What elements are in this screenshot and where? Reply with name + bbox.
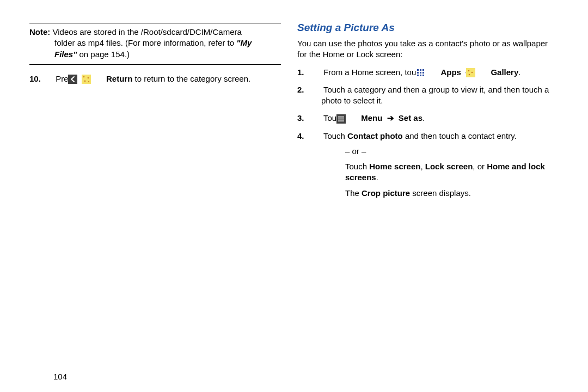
step4-result: The Crop picture screen displays. [321,188,559,199]
svg-rect-0 [68,75,77,84]
step-1: 1. From a Home screen, touch Apps [297,67,559,78]
svg-point-18 [471,72,473,74]
menu-icon [348,114,358,124]
section-heading: Setting a Picture As [297,22,559,34]
svg-rect-15 [422,75,424,76]
step3-setas-label: Set as [399,113,422,122]
note-my-files-part1: "My [236,38,252,47]
step1-gallery-label: Gallery [491,68,518,77]
svg-point-3 [87,77,89,79]
step-10: 10. Press [29,74,281,84]
svg-point-2 [83,76,84,78]
left-steps: 10. Press [29,74,281,84]
svg-point-4 [84,81,85,82]
svg-rect-10 [417,72,419,74]
step4-lock: Lock screen [425,162,473,171]
page-number: 104 [29,372,559,381]
svg-rect-21 [338,117,344,118]
note-text-line3b: on page 154.) [77,50,130,59]
note-block: Note: Videos are stored in the /Root/sdc… [29,27,281,60]
step4-text-b: and then touch a contact entry. [403,131,517,140]
step-return-label: Return [106,74,132,83]
svg-point-17 [468,70,470,72]
svg-rect-1 [82,75,91,84]
step4-alt: Touch Home screen, Lock screen, or Home … [321,161,559,183]
svg-rect-7 [417,69,419,71]
step4-period: . [376,173,378,182]
gallery-icon [478,68,487,77]
svg-rect-13 [417,75,419,76]
svg-rect-12 [422,72,424,74]
step-number: 1. [309,67,321,78]
step4-or: – or – [321,146,559,157]
step4-comma-or: , or [473,162,487,171]
step3-period: . [422,113,425,122]
svg-point-19 [469,74,470,76]
svg-point-5 [88,81,89,82]
right-steps: 1. From a Home screen, touch Apps [297,67,559,199]
section-intro: You can use the photos you take as a con… [297,38,559,60]
step-return-tail: to return to the category screen. [132,74,250,83]
step2-text: Touch a category and then a group to vie… [321,85,549,105]
note-text-line2a: folder as mp4 files. (For more informati… [54,38,236,47]
svg-rect-23 [338,120,344,121]
svg-rect-14 [420,75,421,76]
apps-icon [428,68,437,77]
right-column: Setting a Picture As You can use the pho… [294,22,559,372]
svg-rect-11 [420,72,421,74]
manual-page: Note: Videos are stored in the /Root/sdc… [0,0,588,392]
step-3: 3. Touch Menu ➔ Set as. [297,113,559,124]
step-4: 4. Touch Contact photo and then touch a … [297,131,559,199]
step4-text-a: Touch [323,131,347,140]
home-icon [94,75,103,84]
step4-text-c: Touch [345,162,369,171]
step1-period: . [518,68,520,77]
step-2: 2. Touch a category and then a group to … [297,84,559,107]
svg-rect-8 [420,69,421,71]
step4-home: Home screen [369,162,420,171]
step-number: 10. [41,74,53,84]
note-text-line1: Videos are stored in the /Root/sdcard/DC… [53,27,242,36]
note-my-files-part2: Files" [54,50,77,59]
step1-apps-label: Apps [440,68,461,77]
note-label: Note: [29,27,50,36]
step-number: 3. [309,113,321,124]
step4-contactphoto: Contact photo [347,131,403,140]
left-column: Note: Videos are stored in the /Root/sdc… [29,22,294,372]
step3-menu-label: Menu [361,113,382,122]
step-number: 2. [309,84,321,95]
horizontal-rule [29,23,281,23]
step1-text-a: From a Home screen, touch [323,68,427,77]
two-column-layout: Note: Videos are stored in the /Root/sdc… [29,22,559,372]
svg-rect-22 [338,118,344,119]
step4-text-d: The [345,188,362,198]
step-number: 4. [309,131,321,142]
step4-text-e: screen displays. [410,188,471,198]
svg-rect-16 [466,68,475,77]
arrow-icon: ➔ [387,113,394,122]
step4-comma: , [420,162,425,171]
step4-crop: Crop picture [362,188,410,198]
svg-rect-9 [422,69,424,71]
horizontal-rule [29,64,281,65]
